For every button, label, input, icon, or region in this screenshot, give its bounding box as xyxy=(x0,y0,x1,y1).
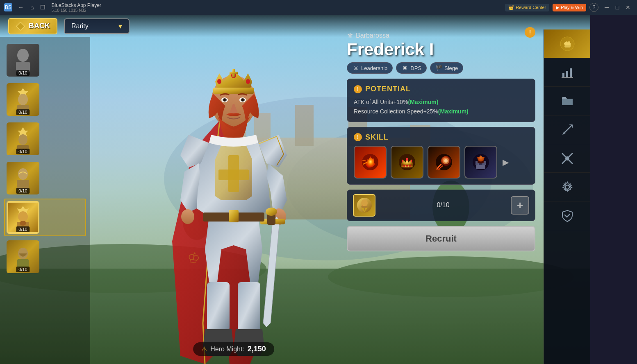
potential-prefix-2: Resource Collection Speed+25% xyxy=(354,108,438,115)
titlebar-right: 👑 Reward Center ▶ Play & Win ? ─ □ ✕ xyxy=(505,2,633,12)
rarity-dropdown[interactable]: Rarity ▾ xyxy=(64,18,130,34)
close-button[interactable]: ✕ xyxy=(623,2,633,12)
skill-icon-4[interactable] xyxy=(464,146,497,179)
hero-count-1: 0/10 xyxy=(16,70,30,76)
maximize-button[interactable]: □ xyxy=(612,2,622,12)
skill-icon-1[interactable] xyxy=(354,146,387,179)
skill-icons: ▶ xyxy=(354,146,528,179)
svg-rect-58 xyxy=(230,72,238,74)
hero-name: Frederick I xyxy=(347,40,535,59)
titlebar-info: BlueStacks App Player 5.10.150.1015 N32 xyxy=(51,2,101,13)
svg-rect-45 xyxy=(238,282,260,331)
svg-point-65 xyxy=(402,160,403,162)
toolbar-item-shield[interactable] xyxy=(544,201,590,230)
toolbar-item-troops[interactable] xyxy=(544,115,590,144)
might-value: 2,150 xyxy=(248,345,266,353)
toolbar-item-cross[interactable] xyxy=(544,144,590,173)
leadership-icon: ⚔ xyxy=(352,64,359,72)
hero-count-2: 0/10 xyxy=(16,109,30,115)
titlebar-nav: ← ⌂ ❐ xyxy=(16,3,48,11)
hero-item-2[interactable]: 0/10 xyxy=(4,81,86,118)
skill-header: ! SKILL xyxy=(354,133,528,142)
troops-icon xyxy=(558,121,576,139)
svg-point-38 xyxy=(181,209,194,224)
might-label: Hero Might: xyxy=(210,346,244,353)
play-icon: ▶ xyxy=(556,5,559,10)
recruit-button[interactable]: Recruit xyxy=(347,226,535,251)
svg-rect-43 xyxy=(229,210,239,222)
svg-rect-82 xyxy=(564,45,571,47)
potential-highlight-1: (Maximum) xyxy=(408,99,438,105)
tag-siege: 🏴 Siege xyxy=(430,62,463,74)
hero-portrait-5: 0/10 xyxy=(7,201,39,234)
skill-icon-2[interactable] xyxy=(391,146,423,179)
hero-count-6: 0/10 xyxy=(16,267,30,272)
dropdown-arrow-icon: ▾ xyxy=(118,22,122,31)
help-button[interactable]: ? xyxy=(589,3,598,12)
tag-leadership: ⚔ Leadership xyxy=(347,62,393,74)
hero-count-5: 0/10 xyxy=(16,226,30,232)
add-button[interactable]: + xyxy=(511,196,529,215)
skill-icon-3[interactable] xyxy=(428,146,460,179)
copy-nav-button[interactable]: ❐ xyxy=(38,3,48,11)
potential-line-2: Resource Collection Speed+25%(Maximum) xyxy=(354,107,528,116)
back-nav-button[interactable]: ← xyxy=(16,3,26,11)
svg-point-80 xyxy=(361,199,368,207)
toolbar-item-settings[interactable] xyxy=(544,173,590,201)
hero-figure-svg: ♔ xyxy=(131,36,336,364)
app-version: 5.10.150.1015 N32 xyxy=(51,8,101,13)
back-button[interactable]: BACK xyxy=(8,18,57,34)
back-label: BACK xyxy=(29,22,50,30)
hero-portrait-6: 0/10 xyxy=(7,240,39,273)
svg-point-91 xyxy=(565,185,569,189)
hero-item-5[interactable]: 0/10 xyxy=(4,199,86,236)
fight-icon xyxy=(558,35,576,53)
svg-point-68 xyxy=(406,165,408,167)
svg-rect-83 xyxy=(562,73,564,77)
svg-point-41 xyxy=(266,208,277,216)
svg-rect-44 xyxy=(207,282,230,331)
potential-prefix-1: ATK of All Units+10% xyxy=(354,99,408,105)
game-area: BACK Rarity ▾ 0/10 xyxy=(0,15,590,364)
svg-rect-84 xyxy=(566,71,568,77)
svg-rect-36 xyxy=(218,170,249,180)
reward-center-button[interactable]: 👑 Reward Center xyxy=(505,4,549,11)
potential-section: ! POTENTIAL ATK of All Units+10%(Maximum… xyxy=(347,79,535,122)
home-nav-button[interactable]: ⌂ xyxy=(28,3,36,11)
hero-portrait-4: 0/10 xyxy=(7,162,39,194)
toolbar-item-folder[interactable] xyxy=(544,87,590,115)
app-name: BlueStacks App Player xyxy=(51,2,101,8)
svg-point-19 xyxy=(17,49,29,62)
tag-dps-label: DPS xyxy=(410,65,421,71)
hero-list: 0/10 0/10 xyxy=(0,37,90,364)
hero-portrait-2: 0/10 xyxy=(7,83,39,116)
svg-point-27 xyxy=(18,168,28,180)
svg-point-30 xyxy=(18,211,28,222)
svg-point-50 xyxy=(224,99,226,101)
toolbar-item-stats[interactable] xyxy=(544,58,590,87)
minimize-button[interactable]: ─ xyxy=(602,2,612,12)
stats-icon xyxy=(558,63,576,81)
svg-point-90 xyxy=(565,156,569,161)
add-icon: + xyxy=(517,199,523,212)
skill-title: SKILL xyxy=(365,133,389,142)
toolbar-item-fight[interactable] xyxy=(544,29,590,58)
hero-tags: ⚔ Leadership ✖ DPS 🏴 Siege xyxy=(347,62,535,74)
svg-point-67 xyxy=(403,165,405,167)
svg-point-53 xyxy=(242,99,244,101)
titlebar-left: BS ← ⌂ ❐ BlueStacks App Player 5.10.150.… xyxy=(4,2,101,13)
play-win-button[interactable]: ▶ Play & Win xyxy=(553,4,586,11)
svg-point-32 xyxy=(20,221,26,226)
svg-point-56 xyxy=(246,79,250,84)
hero-subtitle-text: Barbarossa xyxy=(356,32,389,39)
potential-header: ! POTENTIAL xyxy=(354,85,528,93)
hero-item-3[interactable]: 0/10 xyxy=(4,120,86,158)
hero-item-6[interactable]: 0/10 xyxy=(4,238,86,276)
svg-rect-85 xyxy=(570,68,572,77)
svg-rect-59 xyxy=(213,88,254,94)
potential-line-1: ATK of All Units+10%(Maximum) xyxy=(354,97,528,106)
hero-item-4[interactable]: 0/10 xyxy=(4,159,86,197)
svg-point-64 xyxy=(406,158,408,161)
hero-item-1[interactable]: 0/10 xyxy=(4,41,86,79)
bluestacks-icon: BS xyxy=(4,3,12,11)
